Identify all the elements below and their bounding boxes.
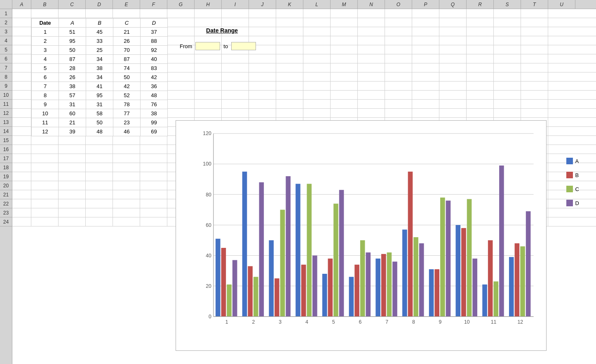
- cell-r4-c3[interactable]: 87: [113, 55, 141, 64]
- cell-r2-c3[interactable]: 26: [113, 37, 141, 46]
- col-header-date[interactable]: Date: [32, 19, 59, 28]
- cell-r10-c0[interactable]: 10: [32, 109, 59, 118]
- row-header-3[interactable]: 3: [0, 27, 12, 36]
- cell-r5-c4[interactable]: 83: [141, 64, 168, 73]
- col-header-b[interactable]: B: [31, 0, 59, 9]
- col-header-s[interactable]: S: [494, 0, 521, 9]
- date-from-input[interactable]: [195, 42, 220, 50]
- table-row[interactable]: 1239484669: [32, 127, 168, 136]
- row-header-4[interactable]: 4: [0, 36, 12, 45]
- table-row[interactable]: 151452137: [32, 28, 168, 37]
- cell-r8-c4[interactable]: 48: [141, 91, 168, 100]
- cell-r6-c3[interactable]: 50: [113, 73, 141, 82]
- cell-r9-c2[interactable]: 31: [86, 100, 113, 109]
- cell-r4-c4[interactable]: 40: [141, 55, 168, 64]
- cell-r12-c3[interactable]: 46: [113, 127, 141, 136]
- cell-r1-c2[interactable]: 45: [86, 28, 113, 37]
- row-header-6[interactable]: 6: [0, 54, 12, 63]
- row-header-15[interactable]: 15: [0, 136, 12, 145]
- table-row[interactable]: 626345042: [32, 73, 168, 82]
- col-header-d[interactable]: D: [141, 19, 168, 28]
- row-header-7[interactable]: 7: [0, 63, 12, 72]
- cell-r10-c1[interactable]: 60: [59, 109, 86, 118]
- row-header-10[interactable]: 10: [0, 91, 12, 100]
- col-header-k[interactable]: K: [276, 0, 303, 9]
- cell-r8-c3[interactable]: 52: [113, 91, 141, 100]
- row-header-2[interactable]: 2: [0, 18, 12, 27]
- col-header-u[interactable]: U: [548, 0, 575, 9]
- cell-r4-c1[interactable]: 87: [59, 55, 86, 64]
- col-header-r[interactable]: R: [467, 0, 494, 9]
- cell-r7-c1[interactable]: 38: [59, 82, 86, 91]
- table-row[interactable]: 528387483: [32, 64, 168, 73]
- cell-r2-c2[interactable]: 33: [86, 37, 113, 46]
- table-row[interactable]: 738414236: [32, 82, 168, 91]
- cell-r10-c2[interactable]: 58: [86, 109, 113, 118]
- row-header-20[interactable]: 20: [0, 181, 12, 190]
- row-header-11[interactable]: 11: [0, 100, 12, 109]
- table-row[interactable]: 295332688: [32, 37, 168, 46]
- cell-r8-c0[interactable]: 8: [32, 91, 59, 100]
- row-header-23[interactable]: 23: [0, 208, 12, 217]
- cell-r5-c3[interactable]: 74: [113, 64, 141, 73]
- cell-r6-c4[interactable]: 42: [141, 73, 168, 82]
- cell-r6-c1[interactable]: 26: [59, 73, 86, 82]
- cell-r3-c3[interactable]: 70: [113, 46, 141, 55]
- table-row[interactable]: 857955248: [32, 91, 168, 100]
- cell-r5-c1[interactable]: 28: [59, 64, 86, 73]
- cell-r7-c4[interactable]: 36: [141, 82, 168, 91]
- row-header-5[interactable]: 5: [0, 45, 12, 54]
- col-header-n[interactable]: N: [358, 0, 385, 9]
- col-header-m[interactable]: M: [331, 0, 358, 9]
- cell-r1-c1[interactable]: 51: [59, 28, 86, 37]
- cell-r3-c1[interactable]: 50: [59, 46, 86, 55]
- col-header-l[interactable]: L: [303, 0, 331, 9]
- cell-r2-c1[interactable]: 95: [59, 37, 86, 46]
- cell-r12-c2[interactable]: 48: [86, 127, 113, 136]
- row-header-22[interactable]: 22: [0, 199, 12, 208]
- row-header-24[interactable]: 24: [0, 217, 12, 226]
- row-header-14[interactable]: 14: [0, 127, 12, 136]
- cell-r4-c0[interactable]: 4: [32, 55, 59, 64]
- col-header-b[interactable]: B: [86, 19, 113, 28]
- cell-r8-c2[interactable]: 95: [86, 91, 113, 100]
- cell-r9-c4[interactable]: 76: [141, 100, 168, 109]
- cell-r2-c0[interactable]: 2: [32, 37, 59, 46]
- row-header-16[interactable]: 16: [0, 145, 12, 154]
- col-header-g[interactable]: G: [167, 0, 195, 9]
- cell-r3-c4[interactable]: 92: [141, 46, 168, 55]
- cell-r2-c4[interactable]: 88: [141, 37, 168, 46]
- cell-r10-c4[interactable]: 38: [141, 109, 168, 118]
- row-header-19[interactable]: 19: [0, 172, 12, 181]
- cell-r1-c3[interactable]: 21: [113, 28, 141, 37]
- date-to-input[interactable]: [231, 42, 256, 50]
- row-header-21[interactable]: 21: [0, 190, 12, 199]
- cell-r12-c0[interactable]: 12: [32, 127, 59, 136]
- cell-r7-c2[interactable]: 41: [86, 82, 113, 91]
- cell-r11-c2[interactable]: 50: [86, 118, 113, 127]
- cell-r12-c4[interactable]: 69: [141, 127, 168, 136]
- cell-r10-c3[interactable]: 77: [113, 109, 141, 118]
- cell-r8-c1[interactable]: 57: [59, 91, 86, 100]
- table-row[interactable]: 1121502399: [32, 118, 168, 127]
- table-row[interactable]: 1060587738: [32, 109, 168, 118]
- row-header-18[interactable]: 18: [0, 163, 12, 172]
- col-header-a[interactable]: A: [59, 19, 86, 28]
- table-row[interactable]: 350257092: [32, 46, 168, 55]
- cell-r1-c0[interactable]: 1: [32, 28, 59, 37]
- col-header-c[interactable]: C: [113, 19, 141, 28]
- col-header-e[interactable]: E: [113, 0, 140, 9]
- cell-r3-c0[interactable]: 3: [32, 46, 59, 55]
- cell-r1-c4[interactable]: 37: [141, 28, 168, 37]
- col-header-j[interactable]: J: [249, 0, 276, 9]
- cell-r6-c2[interactable]: 34: [86, 73, 113, 82]
- row-header-1[interactable]: 1: [0, 9, 12, 18]
- cell-r12-c1[interactable]: 39: [59, 127, 86, 136]
- cell-r6-c0[interactable]: 6: [32, 73, 59, 82]
- cell-r11-c0[interactable]: 11: [32, 118, 59, 127]
- row-header-8[interactable]: 8: [0, 72, 12, 82]
- cell-r3-c2[interactable]: 25: [86, 46, 113, 55]
- cell-r11-c1[interactable]: 21: [59, 118, 86, 127]
- row-header-12[interactable]: 12: [0, 109, 12, 118]
- cell-r9-c3[interactable]: 78: [113, 100, 141, 109]
